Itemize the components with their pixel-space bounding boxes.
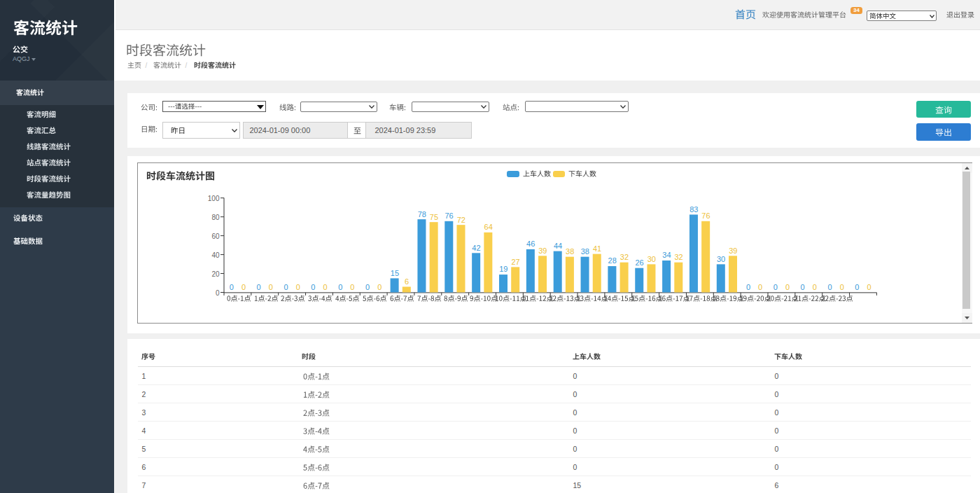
svg-text:75: 75 <box>430 213 438 221</box>
svg-text:38: 38 <box>581 247 589 256</box>
svg-text:28: 28 <box>608 256 617 265</box>
svg-text:39: 39 <box>729 246 737 255</box>
svg-text:0: 0 <box>296 283 300 291</box>
svg-text:40: 40 <box>211 251 220 259</box>
svg-text:0: 0 <box>840 283 844 291</box>
svg-text:0: 0 <box>827 283 832 291</box>
svg-text:26: 26 <box>635 258 643 267</box>
svg-text:0: 0 <box>365 283 370 291</box>
svg-text:0: 0 <box>338 283 342 291</box>
svg-text:0: 0 <box>241 283 246 291</box>
svg-text:0: 0 <box>257 283 261 291</box>
svg-text:60: 60 <box>211 232 220 240</box>
svg-text:44: 44 <box>554 242 562 250</box>
svg-text:76: 76 <box>701 211 710 220</box>
svg-text:0: 0 <box>377 283 382 291</box>
svg-text:15: 15 <box>391 269 399 277</box>
svg-text:32: 32 <box>620 253 629 261</box>
svg-text:0: 0 <box>801 283 805 291</box>
svg-text:80: 80 <box>211 214 220 221</box>
svg-text:19: 19 <box>499 265 507 273</box>
svg-text:0: 0 <box>350 283 354 291</box>
svg-text:0: 0 <box>746 283 750 291</box>
svg-text:0: 0 <box>867 283 871 291</box>
svg-text:0: 0 <box>785 283 790 291</box>
svg-text:0: 0 <box>813 283 817 291</box>
svg-text:76: 76 <box>444 211 453 220</box>
svg-text:0: 0 <box>323 283 327 291</box>
svg-text:39: 39 <box>538 246 547 255</box>
svg-text:0: 0 <box>269 283 273 291</box>
svg-text:0: 0 <box>230 283 234 291</box>
svg-text:78: 78 <box>418 210 426 218</box>
svg-text:42: 42 <box>472 244 480 252</box>
svg-text:30: 30 <box>648 255 656 263</box>
svg-text:0: 0 <box>216 289 220 297</box>
svg-text:32: 32 <box>674 253 682 261</box>
svg-text:83: 83 <box>690 205 698 214</box>
svg-text:30: 30 <box>717 255 725 263</box>
svg-text:46: 46 <box>526 239 535 248</box>
svg-text:20: 20 <box>211 270 220 278</box>
svg-text:27: 27 <box>511 258 519 266</box>
svg-text:0: 0 <box>774 283 778 291</box>
svg-text:0: 0 <box>758 283 762 291</box>
svg-text:41: 41 <box>593 244 601 253</box>
svg-text:0: 0 <box>284 283 288 291</box>
svg-text:64: 64 <box>484 223 493 231</box>
svg-text:6: 6 <box>405 277 409 286</box>
svg-text:72: 72 <box>457 216 465 224</box>
svg-text:38: 38 <box>566 247 574 256</box>
svg-text:34: 34 <box>662 251 671 259</box>
svg-text:0: 0 <box>311 283 315 291</box>
svg-text:0: 0 <box>855 283 859 291</box>
svg-text:100: 100 <box>208 195 220 202</box>
